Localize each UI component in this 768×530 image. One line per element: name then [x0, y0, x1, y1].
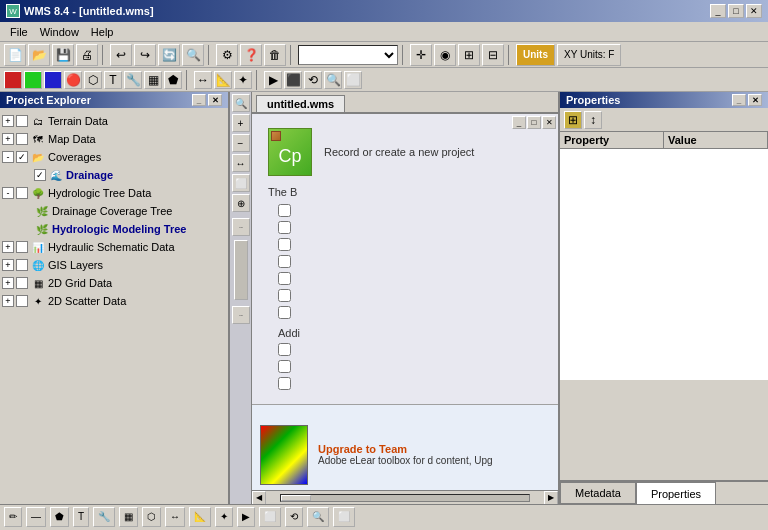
gis-btn-8[interactable]: ▦ — [144, 71, 162, 89]
tree-item-terrain[interactable]: + 🗂 Terrain Data — [2, 112, 226, 130]
close-button[interactable]: ✕ — [746, 4, 762, 18]
tree-item-gis[interactable]: + 🌐 GIS Layers — [2, 256, 226, 274]
lt-btn-6[interactable]: ⊕ — [232, 194, 250, 212]
print-button[interactable]: 🖨 — [76, 44, 98, 66]
snap-button[interactable]: ⊞ — [458, 44, 480, 66]
check-4[interactable] — [278, 255, 542, 268]
status-btn-hex[interactable]: ⬡ — [142, 507, 161, 527]
open-button[interactable]: 📂 — [28, 44, 50, 66]
grid-expand[interactable]: + — [2, 277, 14, 289]
menu-window[interactable]: Window — [34, 24, 85, 40]
status-btn-grid2[interactable]: ▦ — [119, 507, 138, 527]
check-input-1[interactable] — [278, 204, 291, 217]
gis-btn-15[interactable]: ⟲ — [304, 71, 322, 89]
check-9[interactable] — [278, 360, 542, 373]
check-input-9[interactable] — [278, 360, 291, 373]
prop-sort-btn[interactable]: ⊞ — [564, 111, 582, 129]
scatter-expand[interactable]: + — [2, 295, 14, 307]
hydraulic-checkbox[interactable] — [16, 241, 28, 253]
tree-item-2dscatter[interactable]: + ✦ 2D Scatter Data — [2, 292, 226, 310]
delete-button[interactable]: 🗑 — [264, 44, 286, 66]
lt-btn-4[interactable]: ↔ — [232, 154, 250, 172]
scroll-thumb[interactable] — [281, 495, 311, 501]
gis-btn-9[interactable]: ⬟ — [164, 71, 182, 89]
gis-btn-5[interactable]: ⬡ — [84, 71, 102, 89]
tree-item-coverages[interactable]: - ✓ 📂 Coverages — [2, 148, 226, 166]
view-button[interactable]: ◉ — [434, 44, 456, 66]
grid-button[interactable]: ⊟ — [482, 44, 504, 66]
canvas-scrollbar[interactable]: ◀ ▶ — [252, 490, 558, 504]
grid-checkbox[interactable] — [16, 277, 28, 289]
refresh-button[interactable]: 🔄 — [158, 44, 180, 66]
gis-btn-13[interactable]: ▶ — [264, 71, 282, 89]
scroll-left[interactable]: ◀ — [252, 491, 266, 505]
hydrotree-expand[interactable]: - — [2, 187, 14, 199]
prop-alpha-btn[interactable]: ↕ — [584, 111, 602, 129]
check-7[interactable] — [278, 306, 542, 319]
zoom-in-button[interactable]: 🔍 — [182, 44, 204, 66]
units-button[interactable]: Units — [516, 44, 555, 66]
explorer-close[interactable]: ✕ — [208, 94, 222, 106]
metadata-tab[interactable]: Metadata — [560, 482, 636, 504]
menu-file[interactable]: File — [4, 24, 34, 40]
check-5[interactable] — [278, 272, 542, 285]
check-input-10[interactable] — [278, 377, 291, 390]
check-6[interactable] — [278, 289, 542, 302]
gis-btn-3[interactable] — [44, 71, 62, 89]
gis-btn-16[interactable]: 🔍 — [324, 71, 342, 89]
inner-restore[interactable]: □ — [527, 116, 541, 129]
status-btn-star[interactable]: ✦ — [215, 507, 233, 527]
tree-item-mapdata[interactable]: + 🗺 Map Data — [2, 130, 226, 148]
coord-button[interactable]: ✛ — [410, 44, 432, 66]
props-close[interactable]: ✕ — [748, 94, 762, 106]
status-btn-tool[interactable]: 🔧 — [93, 507, 115, 527]
new-project-row[interactable]: Cp Record or create a new project — [268, 128, 542, 176]
status-btn-text[interactable]: T — [73, 507, 89, 527]
gis-expand[interactable]: + — [2, 259, 14, 271]
status-btn-poly[interactable]: ⬟ — [50, 507, 69, 527]
new-button[interactable]: 📄 — [4, 44, 26, 66]
explorer-minimize[interactable]: _ — [192, 94, 206, 106]
gis-btn-4[interactable]: 🔴 — [64, 71, 82, 89]
check-1[interactable] — [278, 204, 542, 217]
properties-tab[interactable]: Properties — [636, 482, 716, 504]
check-8[interactable] — [278, 343, 542, 356]
gis-btn-2[interactable] — [24, 71, 42, 89]
scroll-track[interactable] — [280, 494, 530, 502]
check-3[interactable] — [278, 238, 542, 251]
gis-checkbox[interactable] — [16, 259, 28, 271]
scatter-checkbox[interactable] — [16, 295, 28, 307]
terrain-expand[interactable]: + — [2, 115, 14, 127]
status-btn-move[interactable]: ↔ — [165, 507, 185, 527]
coverages-expand[interactable]: - — [2, 151, 14, 163]
status-btn-rotate[interactable]: ⟲ — [285, 507, 303, 527]
redo-button[interactable]: ↪ — [134, 44, 156, 66]
hydrotree-checkbox[interactable] — [16, 187, 28, 199]
tree-item-2dgrid[interactable]: + ▦ 2D Grid Data — [2, 274, 226, 292]
status-btn-play[interactable]: ▶ — [237, 507, 255, 527]
gis-btn-17[interactable]: ⬜ — [344, 71, 362, 89]
layer-dropdown[interactable] — [298, 45, 398, 65]
maximize-button[interactable]: □ — [728, 4, 744, 18]
tree-item-drainage-cov[interactable]: 🌿 Drainage Coverage Tree — [2, 202, 226, 220]
settings-button[interactable]: ⚙ — [216, 44, 238, 66]
check-input-8[interactable] — [278, 343, 291, 356]
check-input-4[interactable] — [278, 255, 291, 268]
gis-btn-14[interactable]: ⬛ — [284, 71, 302, 89]
tree-item-hydro-model[interactable]: 🌿 Hydrologic Modeling Tree — [2, 220, 226, 238]
gis-btn-11[interactable]: 📐 — [214, 71, 232, 89]
lt-btn-3[interactable]: − — [232, 134, 250, 152]
check-input-7[interactable] — [278, 306, 291, 319]
canvas-tab[interactable]: untitled.wms — [256, 95, 345, 112]
props-minimize[interactable]: _ — [732, 94, 746, 106]
tree-item-drainage[interactable]: ✓ 🌊 Drainage — [2, 166, 226, 184]
lt-btn-2[interactable]: + — [232, 114, 250, 132]
check-input-2[interactable] — [278, 221, 291, 234]
lt-btn-5[interactable]: ⬜ — [232, 174, 250, 192]
check-2[interactable] — [278, 221, 542, 234]
tree-item-hydro-tree[interactable]: - 🌳 Hydrologic Tree Data — [2, 184, 226, 202]
gis-btn-6[interactable]: T — [104, 71, 122, 89]
status-btn-line[interactable]: — — [26, 507, 46, 527]
menu-help[interactable]: Help — [85, 24, 120, 40]
status-btn-zoom[interactable]: 🔍 — [307, 507, 329, 527]
